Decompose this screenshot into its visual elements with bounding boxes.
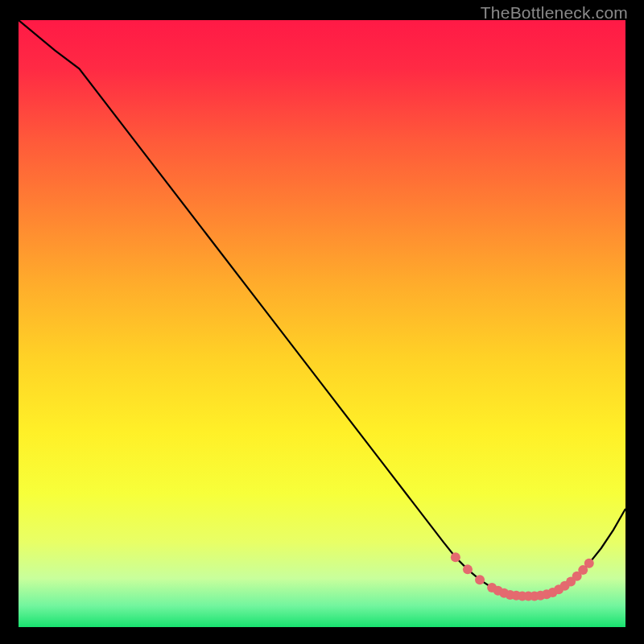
watermark-text: TheBottleneck.com: [481, 3, 628, 23]
chart-svg: [19, 20, 625, 627]
chart-marker: [463, 564, 473, 574]
chart-plot: [19, 20, 625, 627]
chart-marker: [451, 552, 460, 562]
chart-stage: TheBottleneck.com: [0, 0, 644, 644]
chart-marker: [475, 575, 485, 584]
gradient-background: [19, 20, 625, 627]
chart-marker: [584, 559, 594, 568]
